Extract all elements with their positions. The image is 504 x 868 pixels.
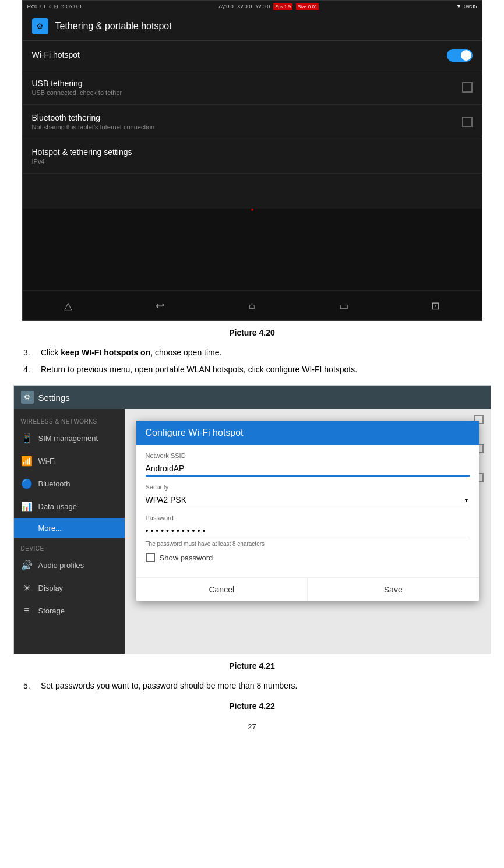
chevron-down-icon: ▼: [464, 497, 470, 503]
cancel-button[interactable]: Cancel: [136, 578, 308, 601]
sidebar-wifi-label: Wi-Fi: [38, 457, 56, 465]
nav-screenshot-btn[interactable]: ⊡: [424, 294, 447, 317]
hotspot-settings-text: Hotspot & tethering settings IPv4: [32, 147, 132, 165]
settings-app-header: ⚙ Settings: [14, 386, 491, 409]
status-dy: Δy:0.0: [218, 3, 234, 9]
sidebar-item-more[interactable]: More...: [14, 518, 125, 538]
storage-icon: ≡: [21, 605, 33, 616]
instruction-5: 5. Set passwords you want to, password s…: [23, 680, 481, 692]
instructions-block-2: 5. Set passwords you want to, password s…: [0, 680, 504, 692]
wifi-hotspot-title: Wi-Fi hotspot: [32, 50, 80, 59]
usb-tethering-checkbox[interactable]: [462, 82, 473, 93]
sidebar-item-storage[interactable]: ≡ Storage: [14, 599, 125, 622]
sidebar-bluetooth-label: Bluetooth: [38, 479, 71, 488]
nav-recents-btn[interactable]: ▭: [332, 294, 355, 317]
ssid-label: Network SSID: [146, 452, 470, 459]
app-title-1: Tethering & portable hotspot: [55, 21, 172, 31]
show-password-label: Show password: [160, 553, 213, 562]
android-screen-1: Fx:0.7.1 ☆ ⊡ ⊙ Ox:0.0 Δy:0.0 Xv:0.0 Yv:0…: [22, 0, 482, 321]
hotspot-settings-item[interactable]: Hotspot & tethering settings IPv4: [23, 139, 482, 174]
nav-home-btn[interactable]: ⌂: [240, 294, 263, 317]
wifi-icon-sidebar: 📶: [21, 456, 33, 467]
sidebar-item-wifi[interactable]: 📶 Wi-Fi: [14, 450, 125, 472]
data-usage-icon: 📊: [21, 501, 33, 512]
bluetooth-tethering-checkbox[interactable]: [462, 117, 473, 127]
app-header-1: ⚙ Tethering & portable hotspot: [23, 12, 482, 41]
status-bar-left: Fx:0.7.1 ☆ ⊡ ⊙ Ox:0.0: [27, 3, 82, 9]
sidebar-item-sim[interactable]: 📱 SIM management: [14, 427, 125, 450]
size-indicator: Size:0.01: [296, 3, 319, 10]
empty-area-1: [23, 209, 482, 290]
status-xv: Xv:0.0: [237, 3, 252, 9]
password-label: Password: [146, 514, 470, 521]
toggle-knob: [461, 50, 471, 61]
settings-sidebar: WIRELESS & NETWORKS 📱 SIM management 📶 W…: [14, 409, 125, 654]
usb-tethering-title: USB tethering: [32, 79, 122, 88]
sidebar-item-display[interactable]: ☀ Display: [14, 577, 125, 599]
sidebar-audio-label: Audio profiles: [38, 561, 84, 570]
bluetooth-tethering-text: Bluetooth tethering Not sharing this tab…: [32, 113, 155, 130]
wifi-icon: ▼: [456, 3, 461, 9]
wireless-section-label: WIRELESS & NETWORKS: [14, 414, 125, 427]
ssid-value[interactable]: AndroidAP: [146, 461, 470, 477]
password-hint: The password must have at least 8 charac…: [146, 541, 470, 547]
wifi-hotspot-item[interactable]: Wi-Fi hotspot: [23, 41, 482, 70]
dialog-title: Configure Wi-Fi hotspot: [136, 421, 479, 445]
status-bar-center: Δy:0.0 Xv:0.0 Yv:0.0 Fps:1.9 Size:0.01: [218, 3, 319, 10]
display-icon: ☀: [21, 583, 33, 594]
nav-up-btn[interactable]: △: [57, 294, 80, 317]
usb-tethering-subtitle: USB connected, check to tether: [32, 89, 122, 96]
instruction-3: 3. Click keep WI-FI hotspots on, choose …: [23, 347, 481, 359]
settings-app-title: Settings: [38, 393, 70, 403]
fps-indicator: Fps:1.9: [273, 3, 292, 10]
bluetooth-tethering-subtitle: Not sharing this tablet's Internet conne…: [32, 124, 155, 130]
show-password-checkbox[interactable]: [146, 553, 155, 562]
instruction-4-num: 4.: [23, 364, 41, 376]
status-left-text: Fx:0.7.1 ☆ ⊡ ⊙ Ox:0.0: [27, 3, 82, 9]
nav-bar-1: △ ↩ ⌂ ▭ ⊡: [23, 290, 482, 320]
dialog-buttons: Cancel Save: [136, 577, 479, 601]
settings-layout: WIRELESS & NETWORKS 📱 SIM management 📶 W…: [14, 409, 491, 654]
sidebar-item-data-usage[interactable]: 📊 Data usage: [14, 495, 125, 518]
settings-list: Wi-Fi hotspot USB tethering USB connecte…: [23, 41, 482, 174]
sidebar-item-bluetooth[interactable]: 🔵 Bluetooth: [14, 472, 125, 495]
settings-main: Configure Wi-Fi hotspot Network SSID And…: [125, 409, 491, 654]
hotspot-settings-subtitle: IPv4: [32, 158, 132, 165]
password-field[interactable]: ••••••••••••: [146, 524, 470, 538]
bluetooth-tethering-title: Bluetooth tethering: [32, 113, 155, 122]
hotspot-settings-title: Hotspot & tethering settings: [32, 147, 132, 157]
instruction-4: 4. Return to previous menu, open portabl…: [23, 364, 481, 376]
instruction-3-num: 3.: [23, 347, 41, 359]
security-select[interactable]: WPA2 PSK ▼: [146, 493, 470, 507]
status-bar: Fx:0.7.1 ☆ ⊡ ⊙ Ox:0.0 Δy:0.0 Xv:0.0 Yv:0…: [23, 1, 482, 12]
nav-back-btn[interactable]: ↩: [149, 294, 172, 317]
sidebar-storage-label: Storage: [38, 606, 65, 615]
bluetooth-tethering-item[interactable]: Bluetooth tethering Not sharing this tab…: [23, 105, 482, 139]
show-password-row[interactable]: Show password: [146, 553, 470, 562]
sidebar-display-label: Display: [38, 584, 64, 592]
device-section-label: DEVICE: [14, 541, 125, 554]
sidebar-data-usage-label: Data usage: [38, 502, 77, 511]
save-button[interactable]: Save: [307, 578, 479, 601]
instruction-5-num: 5.: [23, 680, 41, 692]
wifi-hotspot-toggle[interactable]: [447, 49, 473, 62]
android-screen-2: ⚙ Settings WIRELESS & NETWORKS 📱 SIM man…: [13, 385, 491, 654]
instruction-3-text: Click keep WI-FI hotspots on, choose ope…: [41, 347, 221, 359]
sidebar-item-audio[interactable]: 🔊 Audio profiles: [14, 554, 125, 577]
security-label: Security: [146, 484, 470, 491]
usb-tethering-item[interactable]: USB tethering USB connected, check to te…: [23, 70, 482, 105]
sidebar-more-label: More...: [38, 524, 62, 532]
wifi-hotspot-text: Wi-Fi hotspot: [32, 50, 80, 61]
instruction-4-text: Return to previous menu, open portable W…: [41, 364, 357, 376]
caption-3: Picture 4.22: [0, 701, 504, 711]
audio-icon: 🔊: [21, 560, 33, 571]
page-number: 27: [0, 722, 504, 737]
usb-tethering-text: USB tethering USB connected, check to te…: [32, 79, 122, 96]
bluetooth-icon: 🔵: [21, 478, 33, 489]
caption-1: Picture 4.20: [0, 328, 504, 337]
clock: 09:35: [464, 3, 477, 9]
hotspot-icon: ⚙: [32, 18, 48, 34]
status-yv: Yv:0.0: [255, 3, 270, 9]
dialog-body: Network SSID AndroidAP Security WPA2 PSK…: [136, 445, 479, 577]
instruction-5-text: Set passwords you want to, password shou…: [41, 680, 297, 692]
